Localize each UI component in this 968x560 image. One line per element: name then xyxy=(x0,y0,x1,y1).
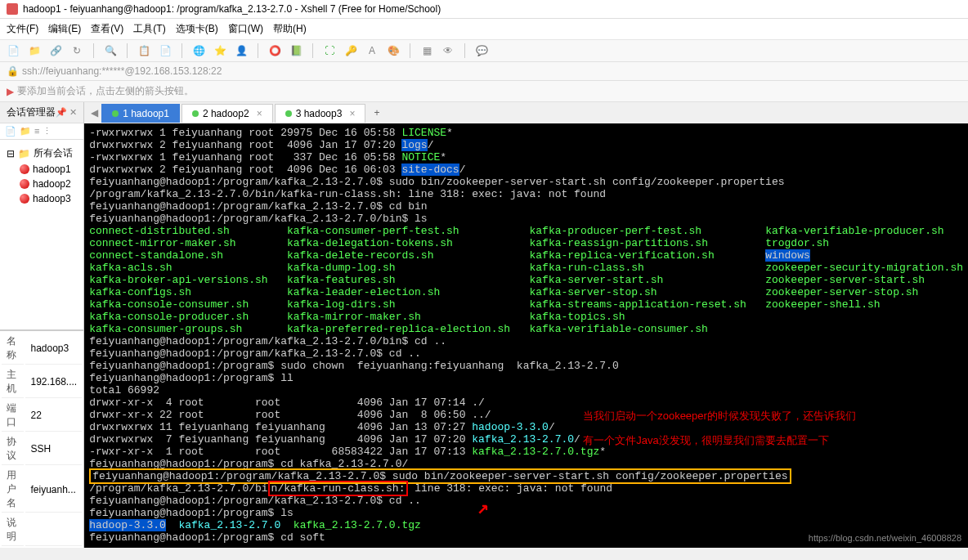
tab-label: 1 hadoop1 xyxy=(123,108,169,119)
prop-host-value: 192.168.... xyxy=(25,366,82,398)
session-tree: ⊟ 📁 所有会话 hadoop1 hadoop2 hadoop3 xyxy=(0,140,83,330)
prop-host-label: 主机 xyxy=(2,366,24,398)
status-dot xyxy=(192,110,199,117)
session-hadoop1[interactable]: hadoop1 xyxy=(3,162,80,177)
copy-icon[interactable]: 📋 xyxy=(137,44,150,57)
tree-root[interactable]: ⊟ 📁 所有会话 xyxy=(3,145,80,162)
profile-icon[interactable]: 👤 xyxy=(235,44,248,57)
prop-port-label: 端口 xyxy=(2,400,24,432)
tab-hadoop1[interactable]: 1 hadoop1 xyxy=(101,104,180,123)
separator xyxy=(182,43,182,58)
prop-user-label: 用户名 xyxy=(2,467,24,513)
tree-root-label: 所有会话 xyxy=(34,146,73,160)
annotation-text: 当我们启动一个zookeeper的时候发现失败了，还告诉我们有一个文件Java没… xyxy=(583,410,856,446)
record-icon[interactable]: ⭕ xyxy=(268,44,281,57)
session-label: hadoop1 xyxy=(33,164,71,175)
menu-file[interactable]: 文件(F) xyxy=(7,22,38,36)
new-session-icon[interactable]: 📄 xyxy=(7,44,20,57)
tab-hadoop3[interactable]: 3 hadoop3× xyxy=(275,104,366,123)
sidebar-title: 会话管理器 xyxy=(7,105,56,119)
session-hadoop2[interactable]: hadoop2 xyxy=(3,177,80,191)
separator xyxy=(312,43,313,58)
prop-proto-value: SSH xyxy=(25,433,82,465)
status-dot xyxy=(112,110,119,117)
app-icon2[interactable]: 📗 xyxy=(289,44,302,57)
sidebar: 会话管理器 📌 ✕ 📄 📁 ≡ ⋮ ⊟ 📁 所有会话 hadoop1 xyxy=(0,102,84,548)
hint-bar: ▶ 要添加当前会话，点击左侧的箭头按钮。 xyxy=(0,81,968,102)
sidebar-toolbar: 📄 📁 ≡ ⋮ xyxy=(0,123,83,140)
titlebar: hadoop1 - feiyuanhang@hadoop1: /program/… xyxy=(0,0,968,19)
open-icon[interactable]: 📁 xyxy=(28,44,41,57)
help-icon[interactable]: 💬 xyxy=(475,44,488,57)
sidebar-header: 会话管理器 📌 ✕ xyxy=(0,102,83,123)
status-dot xyxy=(285,110,292,117)
session-label: hadoop3 xyxy=(33,193,71,204)
session-icon xyxy=(20,194,29,204)
hint-text: 要添加当前会话，点击左侧的箭头按钮。 xyxy=(17,84,194,98)
close-tab-icon[interactable]: × xyxy=(257,108,262,119)
session-icon xyxy=(20,164,29,174)
new-icon[interactable]: 📄 xyxy=(5,126,16,137)
prop-desc-value xyxy=(25,514,82,546)
watermark: https://blog.csdn.net/weixin_46008828 xyxy=(809,532,961,544)
annotation-arrow: ↗ xyxy=(477,502,488,514)
key-icon[interactable]: 🔑 xyxy=(344,44,357,57)
menu-icon[interactable]: ⋮ xyxy=(43,126,52,137)
menubar: 文件(F) 编辑(E) 查看(V) 工具(T) 选项卡(B) 窗口(W) 帮助(… xyxy=(0,19,968,40)
lock-icon: 🔒 xyxy=(7,65,19,77)
arrow-icon[interactable]: ▶ xyxy=(7,86,14,97)
layout-icon[interactable]: ▦ xyxy=(420,44,433,57)
folder-icon[interactable]: 📁 xyxy=(20,126,31,137)
tab-label: 3 hadoop3 xyxy=(296,108,343,119)
list-icon[interactable]: ≡ xyxy=(34,126,39,137)
prop-name-value: hadoop3 xyxy=(25,333,82,365)
add-tab-button[interactable]: + xyxy=(367,105,386,120)
separator xyxy=(127,43,128,58)
collapse-icon[interactable]: ⊟ xyxy=(7,148,15,159)
eye-icon[interactable]: 👁 xyxy=(441,44,455,57)
separator xyxy=(464,43,465,58)
session-icon xyxy=(20,179,29,189)
menu-tab[interactable]: 选项卡(B) xyxy=(176,22,218,36)
prop-port-value: 22 xyxy=(25,400,82,432)
menu-edit[interactable]: 编辑(E) xyxy=(48,22,81,36)
app-icon xyxy=(7,3,18,15)
separator xyxy=(93,43,94,58)
folder-icon: 📁 xyxy=(18,148,30,159)
search-icon[interactable]: 🔍 xyxy=(104,44,117,57)
address-text[interactable]: ssh://feiyuanhang:******@192.168.153.128… xyxy=(22,65,222,77)
content-area: ◀ 1 hadoop1 2 hadoop2× 3 hadoop3× + -rwx… xyxy=(84,102,968,548)
toolbar: 📄 📁 🔗 ↻ 🔍 📋 📄 🌐 ⭐ 👤 ⭕ 📗 ⛶ 🔑 A 🎨 ▦ 👁 💬 xyxy=(0,40,968,62)
menu-window[interactable]: 窗口(W) xyxy=(228,22,263,36)
expand-icon[interactable]: ⛶ xyxy=(323,44,336,57)
link-icon[interactable]: 🔗 xyxy=(49,44,62,57)
prop-desc-label: 说明 xyxy=(2,514,24,546)
tab-bar: ◀ 1 hadoop1 2 hadoop2× 3 hadoop3× + xyxy=(84,102,968,123)
reconnect-icon[interactable]: ↻ xyxy=(70,44,83,57)
font-icon[interactable]: A xyxy=(365,44,379,57)
session-hadoop3[interactable]: hadoop3 xyxy=(3,191,80,206)
prop-name-label: 名称 xyxy=(2,333,24,365)
tab-hadoop2[interactable]: 2 hadoop2× xyxy=(182,104,273,123)
tab-label: 2 hadoop2 xyxy=(203,108,249,119)
separator xyxy=(258,43,258,58)
session-label: hadoop2 xyxy=(33,178,71,190)
menu-view[interactable]: 查看(V) xyxy=(91,22,123,36)
prop-user-value: feiyuanh... xyxy=(25,467,82,513)
tab-prev[interactable]: ◀ xyxy=(87,107,101,119)
menu-tools[interactable]: 工具(T) xyxy=(133,22,165,36)
menu-help[interactable]: 帮助(H) xyxy=(273,22,307,36)
pin-icon[interactable]: 📌 xyxy=(56,107,67,118)
globe-icon[interactable]: 🌐 xyxy=(192,44,205,57)
addressbar: 🔒 ssh://feiyuanhang:******@192.168.153.1… xyxy=(0,62,968,81)
properties-panel: 名称hadoop3 主机192.168.... 端口22 协议SSH 用户名fe… xyxy=(0,330,83,548)
star-icon[interactable]: ⭐ xyxy=(213,44,226,57)
separator xyxy=(410,43,410,58)
prop-proto-label: 协议 xyxy=(2,433,24,465)
window-title: hadoop1 - feiyuanhang@hadoop1: /program/… xyxy=(23,3,441,15)
terminal[interactable]: -rwxrwxrwx 1 feiyuanhang root 29975 Dec … xyxy=(84,123,968,548)
close-icon[interactable]: ✕ xyxy=(69,107,77,118)
color-icon[interactable]: 🎨 xyxy=(387,44,400,57)
paste-icon[interactable]: 📄 xyxy=(159,44,172,57)
close-tab-icon[interactable]: × xyxy=(349,108,355,119)
